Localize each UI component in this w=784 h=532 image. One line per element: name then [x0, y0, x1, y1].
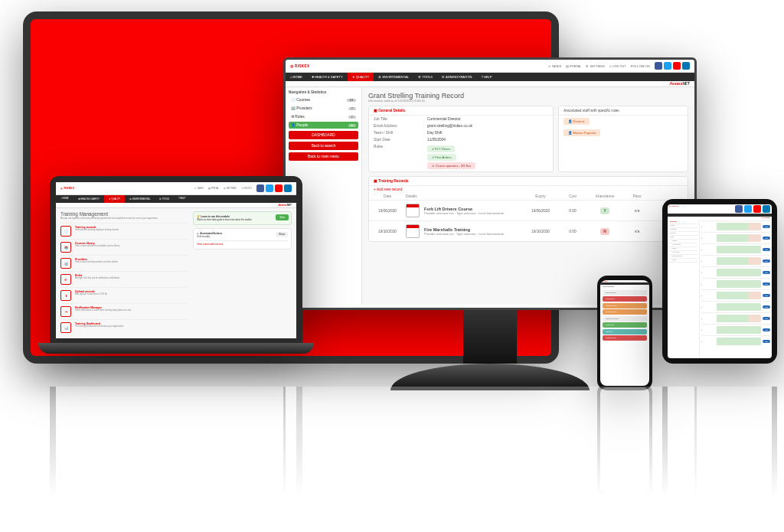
link-settings[interactable]: ⚙ SETTINGS — [586, 64, 605, 68]
row-meta: Provider unknown n/a · Type unknown · Le… — [424, 211, 504, 215]
dashboard-button[interactable]: DASHBOARD — [289, 131, 358, 139]
laptop-subtitle: Manage and organise a full history of tr… — [60, 217, 188, 220]
calendar-icon — [406, 224, 420, 238]
link-portal[interactable]: ▤ PORTAL — [566, 64, 581, 68]
menu-item[interactable]: 📊Training DashboardThe training dashboar… — [60, 319, 188, 335]
row-date: 19/10/2020 — [374, 230, 401, 233]
linkedin-icon[interactable] — [682, 62, 690, 70]
row-cost: 0.00 — [559, 209, 586, 213]
row-pass: n/a — [623, 230, 651, 233]
youtube-icon[interactable] — [673, 62, 681, 70]
nav-help[interactable]: ? HELP — [477, 73, 497, 81]
assoc-header: Associated staff with specific roles — [559, 106, 688, 116]
records-thead: Date Details Expiry Cost Attendance Pass — [369, 193, 688, 200]
product-strip: AssessNET — [286, 81, 694, 87]
laptop-device: ◎ RISKEX ✔ TASKS ▤ PORTAL ⚙ SETTINGS ⎋ L… — [38, 176, 314, 354]
nav-tools[interactable]: ⚒ TOOLS — [413, 73, 437, 81]
link-logout[interactable]: ⎋ LOG OUT — [609, 64, 626, 68]
email-value: grant.strelling@riskex.co.uk — [427, 124, 548, 128]
row-expiry: 19/06/2023 — [527, 209, 554, 213]
menu-item[interactable]: ⚙RolesManage roles that can be attribute… — [60, 271, 188, 287]
brand-text: RISKEX — [295, 64, 310, 68]
dashboard-card[interactable]: People with role applied — [603, 316, 647, 321]
dashboard-card[interactable]: Training due 30 days — [603, 303, 647, 308]
general-details-panel: ▣ General Details Job TitleCommercial Di… — [368, 106, 554, 172]
phone-device: ◎ RISKEX Training Dashboard People witho… — [597, 276, 652, 390]
primary-nav: ⌂ HOME ✚ HEALTH & SAFETY ★ QUALITY ♻ ENV… — [286, 73, 694, 81]
actions-pill[interactable]: Show — [276, 232, 288, 237]
phone-screen: ◎ RISKEX Training Dashboard People witho… — [600, 280, 649, 386]
row-cost: 0.00 — [559, 230, 586, 233]
role-chip: ✔ First Aiders — [427, 154, 456, 161]
training-records-panel: ▣ Training Records + Add new record Date… — [368, 176, 688, 242]
back-main-button[interactable]: Back to main menu — [289, 152, 358, 161]
providers-count: 7 — [348, 107, 356, 110]
dashboard-card[interactable]: People without role — [603, 290, 647, 295]
twitter-icon[interactable] — [664, 62, 671, 70]
training-row[interactable]: 19/06/2020 Fork Lift Drivers CourseProvi… — [369, 200, 688, 220]
nav-environmental[interactable]: ♻ ENVIRONMENTAL — [374, 73, 413, 81]
roles-icon: ⚙ — [60, 274, 71, 285]
team-value: Day Shift — [427, 131, 548, 135]
assoc-chip: 👤 Matteo Payneto — [564, 129, 600, 136]
page-title: Grant Strelling Training Record — [368, 92, 688, 100]
actions-link[interactable]: View automated actions — [197, 240, 288, 246]
start-date-value: 11/05/2004 — [427, 138, 548, 142]
nav-health[interactable]: ✚ HEALTH & SAFETY — [307, 73, 348, 81]
courses-count: 19 — [347, 99, 356, 102]
assoc-chip: 👤 Dominic — [564, 118, 590, 125]
actions-title: Automated Actions — [200, 232, 222, 235]
panel-header: ▣ General Details — [369, 106, 553, 116]
tablet-screen: ◎ RISKEX AssessNET Business People Provi… — [668, 204, 772, 358]
facebook-icon[interactable] — [655, 62, 662, 70]
menu-item[interactable]: ⬆Upload recordsBulk upload records from … — [60, 287, 188, 303]
sidebar-item-people[interactable]: 👤 People1 — [289, 122, 358, 129]
dashboard-card[interactable]: Training expired — [603, 296, 647, 302]
nav-home[interactable]: ⌂ HOME — [286, 73, 307, 81]
menu-item[interactable]: 🏢ProvidersView, create and edit provider… — [60, 255, 188, 271]
page-subtitle: Information valid as of 15/10/2020 15:04… — [368, 100, 688, 103]
phone-title: Training Dashboard — [600, 285, 649, 289]
back-search-button[interactable]: Back to search — [289, 142, 358, 150]
tablet-device: ◎ RISKEX AssessNET Business People Provi… — [662, 199, 777, 364]
dashboard-card[interactable]: Total records — [603, 329, 647, 335]
sidebar-item-roles[interactable]: ⚙ Roles7 — [289, 113, 358, 120]
menu-item[interactable]: ✉Notification ManagerSend notifications … — [60, 303, 188, 319]
dashboard-card[interactable]: Training in date — [603, 322, 647, 328]
monitor-screen: ◎ RISKEX ✔ TASKS ▤ PORTAL ⚙ SETTINGS ⎋ L… — [286, 60, 694, 308]
add-record-link[interactable]: + Add new record — [374, 188, 402, 191]
tip-title: Learn to use this module — [201, 215, 230, 218]
tablet-row: ▸View — [701, 220, 770, 232]
tablet-main: ▸View ▸View ▸View ▸View ▸View ▸View ▸Vie… — [700, 219, 772, 358]
role-chip: ⚠ Crane operator - 30 Ton — [427, 162, 475, 169]
learn-module-box: View 🏆 Learn to use this module Watch ou… — [193, 211, 292, 225]
job-title-value: Commercial Director — [427, 117, 548, 121]
nav-admin[interactable]: ⚙ ADMINISTRATION — [437, 73, 477, 81]
training-row[interactable]: 19/10/2020 Fire Marshalls TrainingProvid… — [369, 220, 688, 241]
attendance-tag: N — [600, 228, 609, 235]
tree-item[interactable]: — Admin — [669, 259, 697, 263]
menu-item[interactable]: 📄Training recordsView and edit existing … — [60, 223, 188, 239]
row-pass: n/a — [623, 209, 651, 213]
tip-body: Watch our short video guide to learn mor… — [197, 219, 252, 221]
dashboard-card[interactable]: Training due 60 days — [603, 309, 647, 315]
sidebar-item-courses[interactable]: 📄 Courses19 — [289, 96, 358, 103]
providers-icon: 🏢 — [60, 258, 71, 269]
app-bar: ◎ RISKEX ✔ TASKS ▤ PORTAL ⚙ SETTINGS ⎋ L… — [286, 60, 694, 73]
link-tasks[interactable]: ✔ TASKS — [548, 64, 561, 68]
nav-quality[interactable]: ★ QUALITY — [348, 73, 374, 81]
calendar-icon — [406, 204, 420, 217]
view-video-button[interactable]: View — [276, 214, 289, 220]
view-button[interactable]: View — [763, 225, 770, 228]
tablet-sidebar: Business People Providers Courses Roles … — [668, 219, 700, 358]
records-icon: 📄 — [60, 226, 71, 237]
row-date: 19/06/2020 — [374, 209, 401, 213]
automated-actions-box: Show ✉ Automated Actions 0 full record(s… — [193, 228, 292, 250]
laptop-screen: ◎ RISKEX ✔ TASKS ▤ PORTAL ⚙ SETTINGS ⎋ L… — [56, 182, 296, 338]
follow-label: FOLLOW US — [631, 64, 650, 68]
dashboard-card[interactable]: Incomplete records — [603, 335, 647, 341]
role-chip: ✔ FLT Driver — [427, 145, 455, 152]
menu-item[interactable]: 📚Courses libraryView, create and edit th… — [60, 239, 188, 255]
sidebar-item-providers[interactable]: 🏢 Providers7 — [289, 105, 358, 112]
dashboard-icon: 📊 — [60, 322, 71, 333]
